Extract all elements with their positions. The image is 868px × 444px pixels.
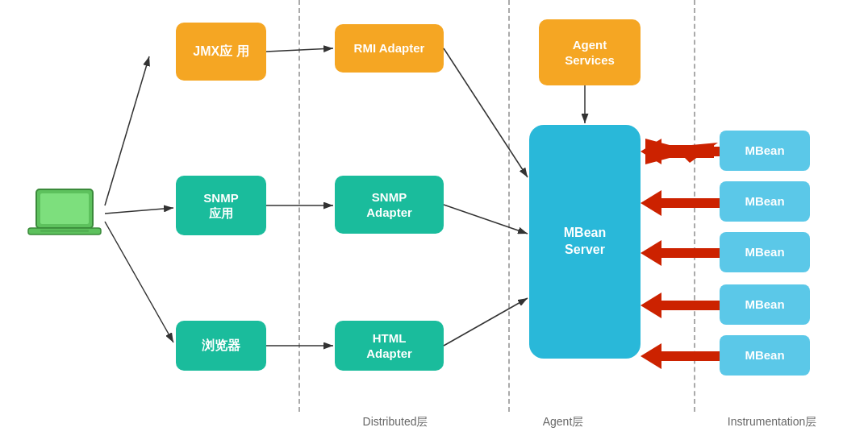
svg-line-6 [105,56,149,205]
browser-box: 浏览器 [176,321,266,371]
mbean-box-5: MBean [720,335,810,376]
mbean-box-2: MBean [720,181,810,222]
mbean-server-box: MBeanServer [529,125,641,359]
dashed-line-1 [298,0,300,412]
snmp-app-box: SNMP应用 [176,176,266,235]
svg-rect-1 [40,193,89,224]
mbean-box-4: MBean [720,284,810,325]
svg-line-13 [444,205,528,234]
instrumentation-label: Instrumentation层 [687,415,857,429]
html-adapter-box: HTMLAdapter [335,321,444,371]
mbean-box-3: MBean [720,232,810,272]
agent-services-box: AgentServices [539,19,641,85]
svg-marker-19 [645,139,694,164]
diagram: JMX应 用 SNMP应用 浏览器 RMI Adapter SNMPAdapte… [0,0,868,444]
agent-label: Agent层 [499,415,628,429]
laptop-icon [24,185,105,250]
mbean-box-1: MBean [720,131,810,171]
rmi-adapter-box: RMI Adapter [335,24,444,73]
dashed-line-2 [508,0,510,412]
jmx-app-box: JMX应 用 [176,23,266,81]
svg-rect-3 [40,230,89,232]
svg-line-12 [444,48,528,177]
svg-line-14 [444,298,528,346]
svg-rect-18 [645,145,714,158]
dashed-line-3 [694,0,695,412]
svg-marker-17 [674,143,718,163]
svg-line-7 [105,208,173,214]
distributed-label: Distributed层 [315,415,476,429]
svg-line-16 [644,151,718,177]
svg-line-8 [105,222,173,342]
snmp-adapter-box: SNMPAdapter [335,176,444,234]
